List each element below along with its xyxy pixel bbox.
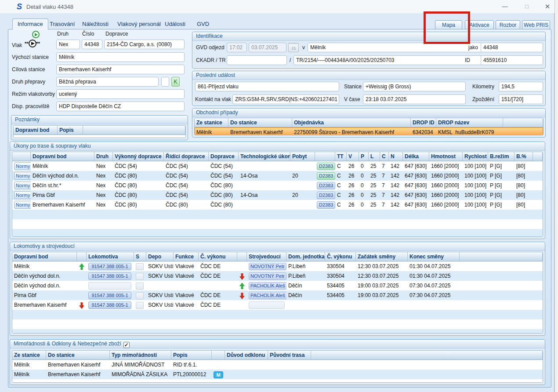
lokomotivy-row[interactable]: Mělník 91547 388 005-1 SOKV Usti Vlakové… xyxy=(12,261,543,271)
header-dopravni-bod[interactable]: Dopravní bod xyxy=(31,152,94,161)
header-dopravce[interactable]: Dopravce xyxy=(209,152,239,161)
ukony-row[interactable]: Normy Mělník Nex ČDC (54) ČDC (54) ČDC (… xyxy=(12,161,543,171)
zpozdeni-field[interactable]: 151/[720] xyxy=(499,94,543,104)
vychozi-stanice-field[interactable]: Mělník xyxy=(56,52,185,62)
tab-gvd[interactable]: GVD xyxy=(192,19,214,29)
d2383-badge[interactable]: D2383 xyxy=(317,172,335,180)
s-flag-box[interactable] xyxy=(136,283,144,290)
header-delka[interactable]: Délka xyxy=(403,152,429,161)
kontakt-field[interactable]: ZRS:GSM-R,SRV,SRD|NS:+420602127401 xyxy=(232,94,339,104)
normy-button[interactable]: Normy xyxy=(14,181,31,189)
header-c[interactable]: C xyxy=(380,152,389,161)
header-p[interactable]: P xyxy=(359,152,369,161)
lokomotivy-row[interactable]: Bremerhaven Kaiserhf 91547 388 005-1 SOK… xyxy=(12,300,543,310)
close-button[interactable]: ✕ xyxy=(540,2,554,11)
disp-pracoviste-field[interactable]: HDP Dispostelle Děčín CZ xyxy=(56,102,185,111)
d2383-badge[interactable]: D2383 xyxy=(317,192,335,199)
header-funkce[interactable]: Funkce xyxy=(174,252,199,261)
normy-button[interactable]: Normy xyxy=(14,172,31,180)
lokomotivy-row[interactable]: Děčín východ dol.n. 91547 388 005-1 SOKV… xyxy=(12,271,543,281)
header-strojvedouci[interactable]: Strojvedoucí xyxy=(247,252,286,261)
ukony-row[interactable]: Normy Pirna Gbf Nex ČDC (80) ČDC (54) ČD… xyxy=(12,190,543,200)
header-do-stanice[interactable]: Do stanice xyxy=(46,351,110,360)
tab-udalosti[interactable]: Události xyxy=(160,19,190,29)
maximize-button[interactable]: □ xyxy=(520,2,534,11)
mimoradnosti-checkbox[interactable]: ✓ xyxy=(123,342,130,348)
header-ze-stanice[interactable]: Ze stanice xyxy=(12,351,46,360)
obchodni-row-selected[interactable]: Mělník Bremerhaven Kaiserhf 22750099 Štú… xyxy=(195,127,543,135)
s-flag-box[interactable] xyxy=(136,263,144,270)
cilova-stanice-field[interactable]: Bremerhaven Kaiserhf xyxy=(56,65,185,74)
header-b-pct[interactable]: B.% xyxy=(515,152,533,161)
lokomotivy-row[interactable]: Pirna Gbf 91547 388 005-1 SOKV Usti Vlak… xyxy=(12,290,543,300)
strojvedouci-badge[interactable]: NOVOTNÝ Petr xyxy=(249,272,286,280)
k-badge[interactable]: K xyxy=(171,77,180,87)
header-popis[interactable]: Popis xyxy=(171,351,212,360)
ckadr-field[interactable] xyxy=(227,55,287,65)
jako-field[interactable]: 44348 xyxy=(481,43,543,52)
mimoradnosti-row[interactable]: Mělník Bremerhaven Kaiserhf MIMOŘÁDNÁ ZÁ… xyxy=(12,370,543,379)
header-drop-id[interactable]: DROP ID xyxy=(411,118,436,127)
m-badge[interactable]: M xyxy=(214,371,223,378)
v-case-field[interactable]: 23:18 03.07.2025 xyxy=(363,94,466,104)
druh-prepravy-field[interactable]: Běžná přeprava xyxy=(56,77,159,87)
header-n[interactable]: N xyxy=(389,152,403,161)
header-lokomotiva[interactable]: Lokomotiva xyxy=(87,252,134,261)
header-c-vykonu-2[interactable]: Č. výkonu xyxy=(325,252,356,261)
normy-button[interactable]: Normy xyxy=(14,191,31,199)
header-do-stanice[interactable]: Do stanice xyxy=(228,118,292,127)
header-dopravni-bod[interactable]: Dopravní bod xyxy=(14,126,58,135)
header-drop-nazev[interactable]: DROP název xyxy=(436,118,503,127)
d2383-badge[interactable]: D2383 xyxy=(317,201,335,209)
kilometry-field[interactable]: 194,5 xyxy=(499,82,543,91)
calendar-icon[interactable]: 15 xyxy=(288,43,299,52)
tab-vlakovy-personal[interactable]: Vlakový personál xyxy=(112,19,166,29)
header-tt[interactable]: TT xyxy=(335,152,347,161)
gvd-time-field[interactable]: 17:02 xyxy=(227,43,247,52)
dopravce-field[interactable]: 2154-ČD Cargo, a.s. (0080) xyxy=(104,40,185,49)
header-rychlost[interactable]: Rychlost xyxy=(463,152,488,161)
mimoradnosti-row[interactable]: Mělník Bremerhaven Kaiserhf JINÁ MIMOŘÁD… xyxy=(12,360,543,370)
ukony-row[interactable]: Normy Děčín východ dol.n. Nex ČDC (80) Č… xyxy=(12,171,543,181)
lokomotiva-badge[interactable]: 91547 388 005-1 xyxy=(88,272,131,280)
header-v[interactable]: V xyxy=(347,152,359,161)
header-ze-stanice[interactable]: Ze stanice xyxy=(195,118,228,127)
header-konec-smeny[interactable]: Konec směny xyxy=(408,252,460,261)
normy-button[interactable]: Normy xyxy=(14,162,31,170)
s-flag-box[interactable] xyxy=(136,292,144,299)
header-druh[interactable]: Druh xyxy=(94,152,113,161)
header-zacatek-smeny[interactable]: Začátek směny xyxy=(356,252,408,261)
header-s[interactable]: S xyxy=(134,252,146,261)
strojvedouci-badge-empty[interactable] xyxy=(249,301,285,309)
header-objednavka[interactable]: Objednávka xyxy=(292,118,411,127)
lokomotiva-badge[interactable]: 91547 388 005-1 xyxy=(88,292,131,299)
tr-field[interactable]: TR/2154/----0044348A/00/2025/20250703 xyxy=(293,55,483,65)
header-ridici-dopravce[interactable]: Řídící dopravce xyxy=(164,152,209,161)
header-dom-jednotka[interactable]: Dom. jednotka xyxy=(286,252,325,261)
strojvedouci-badge[interactable]: PACHOLÍK Aleš xyxy=(249,282,286,290)
ukony-row[interactable]: Normy Děčín st.hr.* Nex ČDC (80) ČDC (54… xyxy=(12,181,543,190)
header-l[interactable]: L xyxy=(369,152,380,161)
tab-nalezitosti[interactable]: Náležitosti xyxy=(77,19,113,29)
s-flag-box[interactable] xyxy=(136,273,144,280)
minimize-button[interactable]: — xyxy=(498,2,512,11)
header-puvodni-trasa[interactable]: Původní trasa xyxy=(268,351,311,360)
tab-trasovani[interactable]: Trasování xyxy=(45,19,80,29)
stanice-field[interactable]: +Weissig (B Gross) xyxy=(363,82,466,91)
header-pobyt[interactable]: Pobyt xyxy=(290,152,315,161)
rezim-vlakotvorby-field[interactable]: ucelený xyxy=(56,89,185,99)
cislo-field[interactable]: 44348 xyxy=(82,40,102,49)
tab-informace[interactable]: Informace xyxy=(12,18,48,30)
header-technologicke-ukony[interactable]: Technologické úkony xyxy=(239,152,290,161)
d2383-badge[interactable]: D2383 xyxy=(317,163,335,170)
play-green-icon[interactable] xyxy=(32,31,40,38)
header-dopravni-bod[interactable]: Dopravní bod xyxy=(12,252,77,261)
d2383-badge[interactable]: D2383 xyxy=(317,182,335,189)
header-popis[interactable]: Popis xyxy=(58,126,83,135)
header-c-vykonu[interactable]: Č. výkonu xyxy=(199,252,237,261)
header-b-rezim[interactable]: B.režim xyxy=(488,152,515,161)
s-flag-box[interactable] xyxy=(136,302,144,309)
normy-button[interactable]: Normy xyxy=(14,201,31,209)
ukony-row[interactable]: Normy Bremerhaven Kaiserhf Nex ČDC (80) … xyxy=(12,200,543,210)
header-typ-mimoradnosti[interactable]: Typ mimořádnosti xyxy=(110,351,171,360)
